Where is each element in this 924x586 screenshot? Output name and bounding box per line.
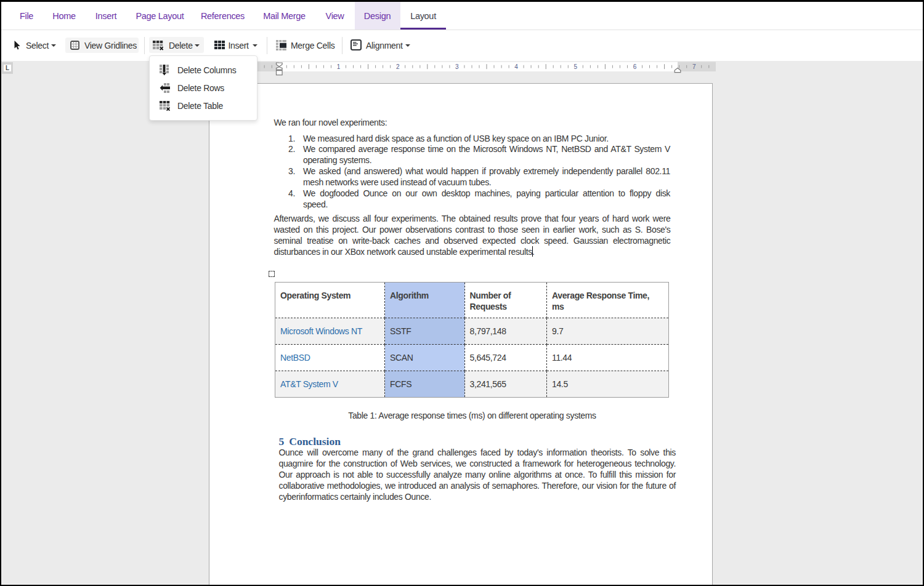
svg-text:6: 6 [633,63,637,70]
svg-text:2: 2 [396,63,400,70]
svg-text:3: 3 [455,63,459,70]
svg-text:7: 7 [692,63,696,70]
svg-text:5: 5 [574,63,578,70]
svg-text:1: 1 [337,63,341,70]
svg-text:4: 4 [514,63,518,70]
